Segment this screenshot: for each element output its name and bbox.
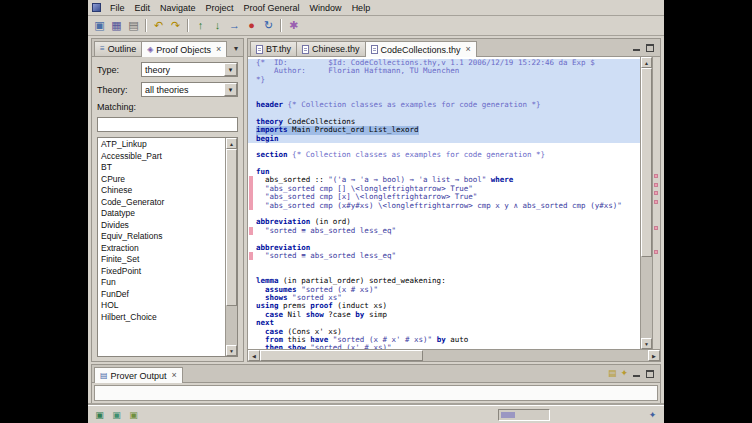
annotation-marker[interactable] [654, 183, 658, 187]
next-step-icon[interactable]: ↓ [209, 17, 226, 34]
scroll-down-icon[interactable]: ▼ [641, 338, 652, 349]
theory-list-item[interactable]: Divides [98, 220, 225, 232]
status-indicator-icon[interactable]: ✦ [646, 408, 659, 421]
retract-step-icon[interactable]: ↑ [192, 17, 209, 34]
bt-thy-tab[interactable]: BT.thy [250, 41, 297, 56]
gutter [248, 244, 256, 252]
code-line [248, 84, 640, 92]
gutter [248, 67, 256, 75]
prover-output-view: ▤Prover Output× ▤✦ [91, 364, 661, 404]
code-area[interactable]: {* ID: $Id: CodeCollections.thy,v 1.1 20… [248, 57, 640, 349]
gutter [248, 277, 256, 285]
matching-input[interactable] [97, 117, 238, 132]
scroll-left-icon[interactable]: ◀ [248, 350, 260, 361]
theory-list-item[interactable]: Equiv_Relations [98, 231, 225, 243]
code-line [248, 160, 640, 168]
gutter [248, 76, 256, 84]
view-menu-icon[interactable]: ▾ [231, 44, 241, 56]
editor-horizontal-scrollbar[interactable]: ◀ ▶ [248, 349, 660, 361]
scrollbar-track[interactable] [260, 350, 648, 361]
redo-icon[interactable]: ↷ [167, 17, 184, 34]
scrollbar-thumb[interactable] [226, 149, 237, 306]
menu-window[interactable]: Window [305, 2, 347, 14]
theory-combo[interactable]: all theories ▾ [141, 82, 238, 97]
maximize-editor-icon[interactable] [646, 44, 654, 52]
menu-navigate[interactable]: Navigate [155, 2, 201, 14]
change-marker [248, 193, 256, 201]
theory-list-item[interactable]: Hilbert_Choice [98, 312, 225, 324]
proof-objects-tab[interactable]: ◈Proof Objects× [141, 41, 227, 57]
scrollbar-thumb[interactable] [260, 350, 423, 361]
pin-console-icon[interactable]: ✦ [620, 369, 628, 378]
prover-output-tab[interactable]: ▤Prover Output× [94, 367, 183, 383]
chinese-thy-tab[interactable]: Chinese.thy [296, 41, 366, 56]
type-combo-arrow-icon[interactable]: ▾ [224, 63, 237, 76]
theory-list-item[interactable]: Accessible_Part [98, 151, 225, 163]
restart-prover-icon[interactable]: ↻ [260, 17, 277, 34]
launch-trim-icon[interactable]: ▣ [127, 408, 140, 421]
prover-output-content[interactable] [94, 385, 658, 401]
theory-list-item[interactable]: ATP_Linkup [98, 139, 225, 151]
theory-list-item[interactable]: CPure [98, 174, 225, 186]
close-tab-icon[interactable]: × [216, 45, 221, 54]
type-combo[interactable]: theory ▾ [141, 62, 238, 77]
fastview-trim-icon[interactable]: ▣ [110, 408, 123, 421]
goto-cursor-icon[interactable]: → [226, 17, 243, 34]
scroll-up-icon[interactable]: ▲ [226, 138, 237, 149]
scroll-up-icon[interactable]: ▲ [641, 57, 652, 68]
change-marker [248, 202, 256, 210]
maximize-view-icon[interactable] [646, 370, 654, 378]
gutter [248, 168, 256, 176]
menu-project[interactable]: Project [201, 2, 239, 14]
scroll-down-icon[interactable]: ▼ [226, 345, 237, 356]
save-icon[interactable]: ▦ [108, 17, 125, 34]
print-icon[interactable]: ▤ [125, 17, 142, 34]
theory-list-item[interactable]: Datatype [98, 208, 225, 220]
minimize-view-icon[interactable] [633, 370, 641, 378]
new-wizard-icon[interactable]: ▣ [91, 17, 108, 34]
close-tab-icon[interactable]: × [172, 371, 177, 380]
scrollbar-track[interactable] [226, 149, 237, 345]
theory-list-item[interactable]: HOL [98, 300, 225, 312]
prover-settings-icon[interactable]: ✱ [285, 17, 302, 34]
theory-list-item[interactable]: FixedPoint [98, 266, 225, 278]
annotation-marker[interactable] [654, 226, 658, 230]
menu-edit[interactable]: Edit [130, 2, 156, 14]
toolbar-separator [187, 19, 189, 32]
clear-console-icon[interactable]: ▤ [608, 369, 617, 378]
scrollbar-thumb[interactable] [641, 68, 652, 257]
menu-file[interactable]: File [105, 2, 130, 14]
overview-ruler [652, 57, 660, 349]
theory-list-item[interactable]: Fun [98, 277, 225, 289]
theory-list-item[interactable]: FunDef [98, 289, 225, 301]
theory-list-item[interactable]: BT [98, 162, 225, 174]
minimize-editor-icon[interactable] [633, 44, 641, 52]
annotation-marker[interactable] [654, 250, 658, 254]
scroll-right-icon[interactable]: ▶ [648, 350, 660, 361]
scrollbar-track[interactable] [641, 68, 652, 338]
menu-proof-general[interactable]: Proof General [239, 2, 305, 14]
close-tab-icon[interactable]: × [466, 45, 471, 54]
annotation-marker[interactable] [654, 174, 658, 178]
editor-area: BT.thyChinese.thyCodeCollections.thy× {*… [247, 38, 661, 362]
code-line: "sorted ≡ abs_sorted less_eq" [248, 227, 640, 235]
proof-objects-view: ≡Outline◈Proof Objects× ▾ Type: theory ▾… [91, 38, 244, 362]
theory-list-scrollbar[interactable]: ▲ ▼ [225, 138, 237, 356]
undo-icon[interactable]: ↶ [150, 17, 167, 34]
theory-list-item[interactable]: Chinese [98, 185, 225, 197]
interrupt-icon[interactable]: ● [243, 17, 260, 34]
chinese-thy-tab-label: Chinese.thy [312, 44, 360, 54]
bottom-view-tools: ▤✦ [608, 369, 628, 378]
theory-list-item[interactable]: Extraction [98, 243, 225, 255]
codecollections-thy-tab[interactable]: CodeCollections.thy× [365, 41, 477, 57]
perspective-trim-icon[interactable]: ▣ [93, 408, 106, 421]
menu-help[interactable]: Help [347, 2, 376, 14]
theory-list-item[interactable]: Code_Generator [98, 197, 225, 209]
theory-combo-arrow-icon[interactable]: ▾ [224, 83, 237, 96]
annotation-marker[interactable] [654, 191, 658, 195]
theory-list-item[interactable]: Finite_Set [98, 254, 225, 266]
editor-vertical-scrollbar[interactable]: ▲ ▼ [640, 57, 652, 349]
gutter [248, 210, 256, 218]
outline-tab[interactable]: ≡Outline [94, 41, 142, 56]
annotation-marker[interactable] [654, 200, 658, 204]
